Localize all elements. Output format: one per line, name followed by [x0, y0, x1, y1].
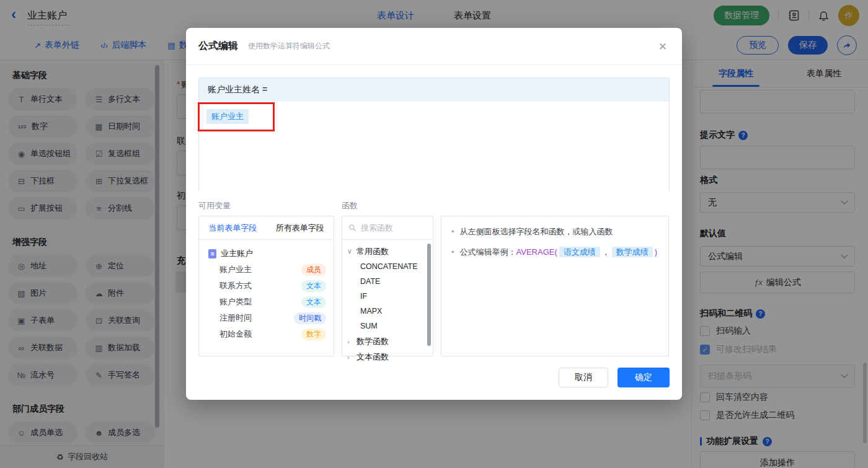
variables-tree: ≣业主账户 账户业主成员 联系方式文本 账户类型文本 注册时间时间戳 初始金额数…: [199, 240, 334, 342]
cancel-button[interactable]: 取消: [559, 368, 608, 387]
variable-item[interactable]: 账户类型文本: [199, 294, 334, 310]
tree-root-label: 业主账户: [221, 248, 253, 259]
type-badge: 文本: [301, 296, 326, 308]
function-item[interactable]: DATE: [342, 274, 433, 289]
function-item[interactable]: CONCATENATE: [342, 259, 433, 274]
tab-all-form-fields[interactable]: 所有表单字段: [267, 216, 334, 239]
variable-name: 联系方式: [219, 280, 252, 291]
type-badge: 文本: [301, 280, 326, 292]
example-field-tag: 数学成绩: [612, 247, 653, 257]
formula-editor-box: 账户业主姓名 = 账户业主: [198, 77, 670, 192]
search-icon: [348, 224, 356, 232]
variables-label: 可用变量: [198, 200, 231, 211]
confirm-button[interactable]: 确定: [618, 368, 670, 387]
function-search-input[interactable]: [361, 223, 423, 232]
group-label: 数学函数: [356, 336, 389, 347]
variables-panel: 当前表单字段 所有表单字段 ≣业主账户 账户业主成员 联系方式文本 账户类型文本…: [198, 216, 334, 356]
functions-scrollbar[interactable]: [427, 244, 431, 346]
app-root: ‹ 业主账户 表单设计 表单设置 数据管理 作 ↗表单外链 ‹/›后端脚本 ▤数…: [0, 0, 868, 468]
functions-label: 函数: [342, 200, 358, 211]
variable-name: 账户业主: [219, 264, 252, 275]
function-tree: ∨常用函数 CONCATENATE DATE IF MAPX SUM ›数学函数…: [342, 240, 433, 364]
variables-tabs: 当前表单字段 所有表单字段: [199, 216, 334, 240]
example-comma: ，: [602, 247, 610, 257]
variable-item[interactable]: 注册时间时间戳: [199, 310, 334, 326]
bullet: •: [451, 246, 454, 258]
help-text: 从左侧面板选择字段名和函数，或输入函数: [460, 226, 613, 238]
variable-item[interactable]: 账户业主成员: [199, 262, 334, 278]
type-badge: 时间戳: [294, 312, 326, 324]
help-line-1: •从左侧面板选择字段名和函数，或输入函数: [451, 226, 658, 238]
example-function-open: AVERAGE(: [516, 247, 557, 257]
chevron-right-icon: ›: [347, 338, 353, 345]
example-function-close: ): [655, 247, 657, 257]
help-line-2: •公式编辑举例：AVERAGE(语文成绩，数学成绩): [451, 246, 658, 258]
help-example: 公式编辑举例：AVERAGE(语文成绩，数学成绩): [460, 246, 658, 258]
modal-subtitle: 使用数学运算符编辑公式: [248, 41, 330, 51]
formula-field-tag[interactable]: 账户业主: [206, 109, 249, 124]
variable-name: 注册时间: [219, 312, 252, 324]
chevron-right-icon: ›: [347, 353, 353, 361]
tab-current-form-fields[interactable]: 当前表单字段: [199, 216, 267, 239]
functions-panel: ∨常用函数 CONCATENATE DATE IF MAPX SUM ›数学函数…: [342, 216, 433, 356]
function-group-text[interactable]: ›文本函数: [342, 349, 433, 364]
group-label: 文本函数: [356, 351, 389, 363]
function-item[interactable]: SUM: [342, 319, 433, 333]
formula-input-area[interactable]: 账户业主: [199, 102, 669, 192]
modal-footer: 取消 确定: [186, 368, 682, 387]
tree-root-item[interactable]: ≣业主账户: [199, 245, 334, 262]
formula-editor-modal: 公式编辑 使用数学运算符编辑公式 ✕ 账户业主姓名 = 账户业主 可用变量 函数…: [186, 28, 682, 400]
function-item[interactable]: MAPX: [342, 304, 433, 319]
bullet: •: [451, 226, 454, 238]
function-group-common[interactable]: ∨常用函数: [342, 244, 433, 259]
function-search: [342, 216, 433, 240]
chevron-down-icon: ∨: [347, 247, 353, 255]
variable-item[interactable]: 初始金额数字: [199, 326, 334, 342]
close-icon[interactable]: ✕: [658, 40, 667, 53]
variable-name: 初始金额: [219, 329, 252, 340]
example-field-tag: 语文成绩: [559, 247, 600, 257]
function-item[interactable]: IF: [342, 289, 433, 304]
form-doc-icon: ≣: [208, 249, 216, 258]
type-badge: 数字: [301, 329, 326, 340]
modal-header: 公式编辑 使用数学运算符编辑公式 ✕: [186, 28, 682, 65]
formula-target: 账户业主姓名 =: [199, 78, 669, 102]
group-label: 常用函数: [356, 246, 389, 257]
variable-item[interactable]: 联系方式文本: [199, 278, 334, 294]
formula-help-panel: •从左侧面板选择字段名和函数，或输入函数 •公式编辑举例：AVERAGE(语文成…: [441, 216, 669, 356]
type-badge: 成员: [301, 264, 326, 276]
example-prefix: 公式编辑举例：: [460, 247, 516, 257]
function-group-math[interactable]: ›数学函数: [342, 333, 433, 349]
variable-name: 账户类型: [219, 296, 252, 307]
modal-title: 公式编辑: [198, 40, 238, 53]
